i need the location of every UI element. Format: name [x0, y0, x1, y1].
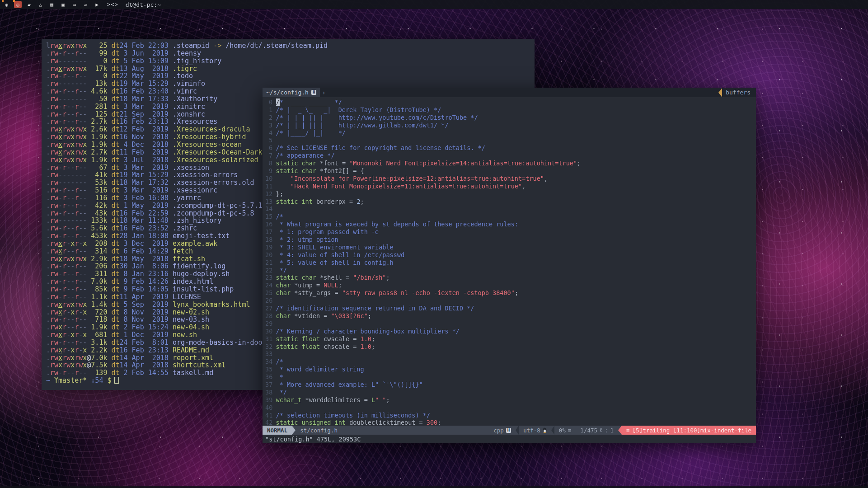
- file-name: .viminfo: [173, 80, 205, 88]
- shutter-icon[interactable]: ◎: [14, 1, 22, 8]
- file-name: .Xresources-Ocean-Dark: [173, 148, 263, 156]
- screen-icon[interactable]: ▭: [70, 1, 78, 8]
- code-line: 28char *vtiden = "\033[?6c";: [265, 312, 756, 320]
- file-name: .zsh_history: [173, 216, 221, 225]
- code-line: 41/* selection timeouts (in milliseconds…: [265, 412, 756, 419]
- code-line: 0/* ____ _____ */: [265, 99, 756, 106]
- line-number: 23: [265, 274, 272, 282]
- buffers-label[interactable]: buffers: [722, 89, 756, 96]
- code-line: 42static unsigned int doubleclicktimeout…: [265, 419, 756, 426]
- line-number: 35: [265, 366, 272, 373]
- code-line: 14: [265, 205, 756, 213]
- line-number: 9: [265, 167, 272, 175]
- line-number: 12: [265, 190, 272, 198]
- file-name: example.awk: [173, 239, 217, 248]
- line-number: 30: [265, 328, 272, 335]
- line-number: 2: [265, 114, 272, 122]
- file-name: README.md: [173, 346, 209, 354]
- file-name: .xsessionrc: [173, 186, 217, 194]
- code-line: 4/* |____/ |_| */: [265, 129, 756, 137]
- file-name: org-mode-basics-in-doom-e: [173, 338, 275, 347]
- code-line: 2/* | | | || | http://www.youtube.com/c/…: [265, 114, 756, 122]
- file-name: new-03.sh: [173, 315, 209, 324]
- chevron-right-icon: ›: [322, 89, 325, 96]
- symlink-target: /home/dt/.steam/steam.pid: [225, 42, 328, 50]
- line-number: 1: [265, 106, 272, 114]
- file-name: .tigrc: [173, 65, 197, 73]
- scroll-percent: 0% ≡: [554, 426, 576, 435]
- code-line: 33: [265, 350, 756, 358]
- code-line: 19 * 3: SHELL environment variable: [265, 244, 756, 251]
- window-title: dt@dt-pc:~: [126, 1, 161, 8]
- notification-dot: [2, 0, 4, 2]
- camera-icon[interactable]: ▣: [59, 1, 67, 8]
- file-name: .xonshrc: [173, 110, 205, 118]
- line-number: 4: [265, 129, 272, 137]
- code-line: 11 "Hack Nerd Font Mono:pixelsize=11:ant…: [265, 183, 756, 190]
- line-number: 24: [265, 282, 272, 289]
- globe-icon[interactable]: ◉: [3, 1, 10, 8]
- file-name: hugo-deploy.sh: [173, 270, 230, 278]
- system-tray: ◉◎▰△▦▣▭▱▶: [3, 1, 101, 8]
- line-number: 3: [265, 122, 272, 129]
- code-line: 23static char *shell = "/bin/sh";: [265, 274, 756, 282]
- code-line: 30/* Kerning / character bounding-box mu…: [265, 328, 756, 335]
- file-name: report.xml: [173, 354, 213, 362]
- vim-window[interactable]: ~/s/config.h H › buffers 0/* ____ _____ …: [263, 88, 756, 443]
- line-number: 8: [265, 160, 272, 167]
- code-line: 38 */: [265, 389, 756, 396]
- code-line: 39wchar_t *worddelimiters = L" ";: [265, 396, 756, 404]
- folder-icon[interactable]: ▱: [82, 1, 89, 8]
- code-line: 1/* | _ \_ _| Derek Taylor (DistroTube) …: [265, 106, 756, 114]
- line-number: 41: [265, 412, 272, 419]
- vim-statusline: NORMAL st/config.h cpp H utf-8 0% ≡: [263, 426, 756, 435]
- prompt-branch: master*: [58, 376, 87, 385]
- code-line: 10 "Inconsolata for Powerline:pixelsize=…: [265, 175, 756, 183]
- code-area[interactable]: 0/* ____ _____ */1/* | _ \_ _| Derek Tay…: [263, 97, 756, 426]
- file-name: .zcompdump-dt-pc-5.7.1: [173, 202, 263, 210]
- line-number: 11: [265, 183, 272, 190]
- prompt-symbol: $: [107, 376, 111, 385]
- file-name: .zcompdump-dt-pc-5.8: [173, 209, 254, 217]
- code-line: 27/* identification sequence returned in…: [265, 305, 756, 312]
- file-name: .vimrc: [173, 87, 197, 95]
- cursor-position: 1/475 ℓ : 1: [576, 426, 618, 435]
- line-number: 27: [265, 305, 272, 312]
- file-name: fetch: [173, 247, 193, 255]
- send-icon[interactable]: ▶: [93, 1, 101, 8]
- code-line: 17 * 1: program passed with -e: [265, 228, 756, 236]
- line-number: 5: [265, 136, 272, 144]
- file-name: new-02.sh: [173, 308, 209, 316]
- eyedropper-icon[interactable]: ▰: [25, 1, 33, 8]
- flask-icon[interactable]: △: [37, 1, 44, 8]
- line-number: 28: [265, 312, 272, 320]
- line-number: 42: [265, 419, 272, 426]
- line-number: 39: [265, 396, 272, 404]
- file-name: .Xresources-hybrid: [173, 133, 246, 141]
- file-name: .teensy: [173, 49, 201, 57]
- code-line: 6/* See LICENSE file for copyright and l…: [265, 144, 756, 152]
- git-branch-icon: ϒ: [54, 376, 58, 385]
- file-row: .rw-r--r--99dt 3 Jun 2019.teensy: [46, 50, 535, 57]
- code-line: 13static int borderpx = 2;: [265, 198, 756, 206]
- image-icon[interactable]: ▦: [48, 1, 56, 8]
- vim-tab-config-h[interactable]: ~/s/config.h H: [263, 88, 320, 97]
- code-line: 21 * 5: value of shell in config.h: [265, 259, 756, 267]
- encoding-indicator: utf-8: [519, 426, 551, 435]
- code-line: 29: [265, 320, 756, 328]
- code-line: 36 *: [265, 373, 756, 381]
- lines-icon: ≡: [568, 427, 572, 434]
- prompt-behind-count: ↓54: [91, 376, 103, 385]
- line-number: 15: [265, 213, 272, 221]
- file-name: .Xresources: [173, 117, 217, 126]
- code-line: 37 * More advanced example: L" `'\"()[]{…: [265, 381, 756, 389]
- file-name: .todo: [173, 72, 193, 80]
- line-number: 17: [265, 228, 272, 236]
- code-line: 20 * 4: value of shell in /etc/passwd: [265, 251, 756, 259]
- file-name: taskell.md: [173, 369, 213, 377]
- line-number: 34: [265, 358, 272, 366]
- bottom-edge: [0, 486, 868, 488]
- header-file-icon: H: [311, 90, 316, 95]
- line-number: 31: [265, 335, 272, 343]
- code-line: 3/* | |_| || | http://www.gitlab.com/dwt…: [265, 122, 756, 129]
